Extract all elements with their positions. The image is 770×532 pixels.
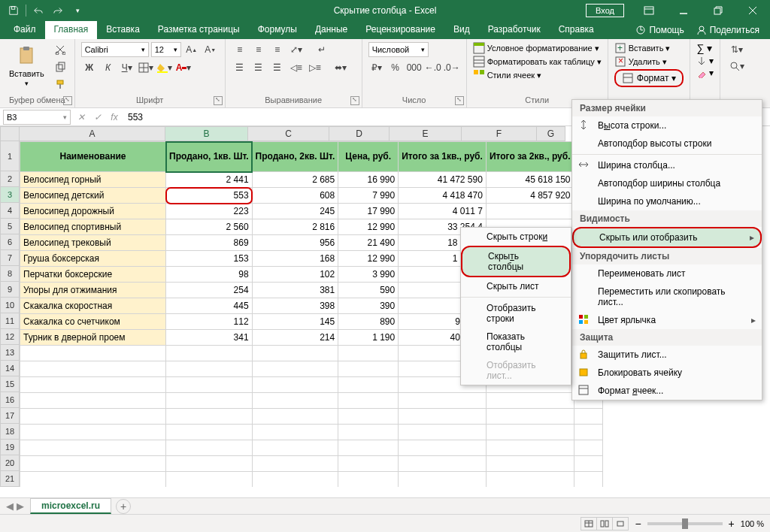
cell[interactable]: 381 <box>252 283 338 298</box>
menu-autofit-row[interactable]: Автоподбор высоты строки <box>572 135 762 153</box>
row-header[interactable]: 9 <box>0 282 20 298</box>
cut-icon[interactable] <box>52 42 68 57</box>
cell[interactable]: 341 <box>166 330 253 346</box>
align-right-icon[interactable]: ☰ <box>269 60 286 75</box>
minimize-icon[interactable] <box>666 0 701 21</box>
row-header[interactable]: 2 <box>0 171 20 187</box>
cell[interactable]: 4 418 470 <box>399 188 487 204</box>
insert-cells-button[interactable]: +Вставить▾ <box>614 42 671 54</box>
row-header[interactable]: 6 <box>0 234 20 250</box>
tab-file[interactable]: Файл <box>5 21 45 39</box>
align-top-icon[interactable]: ≡ <box>232 42 248 57</box>
cell[interactable]: 4 011 7 <box>399 204 487 219</box>
cell[interactable]: Груша боксерская <box>20 251 166 267</box>
cell[interactable]: 956 <box>252 235 338 251</box>
menu-hide-show[interactable]: Скрыть или отобразить <box>572 227 762 248</box>
row-header[interactable]: 10 <box>0 298 20 313</box>
cell[interactable]: Велосипед дорожный <box>20 204 166 219</box>
cell[interactable]: 2 441 <box>166 172 253 188</box>
row-header[interactable]: 13 <box>0 345 20 361</box>
row-header[interactable]: 12 <box>0 329 20 345</box>
tab-data[interactable]: Данные <box>306 21 356 39</box>
cell[interactable]: 153 <box>166 251 253 267</box>
cell[interactable]: 390 <box>338 298 399 314</box>
fx-icon[interactable]: fx <box>107 112 122 122</box>
cell[interactable]: 445 <box>166 298 253 314</box>
row-header[interactable]: 17 <box>0 408 20 424</box>
orientation-icon[interactable]: ⤢▾ <box>288 42 305 57</box>
paste-button[interactable]: Вставить▾ <box>6 42 47 89</box>
row-header[interactable]: 15 <box>0 376 20 392</box>
col-header-c[interactable]: C <box>248 126 329 141</box>
undo-icon[interactable] <box>29 2 47 20</box>
select-all-corner[interactable] <box>0 126 20 141</box>
submenu-hide-rows[interactable]: Скрыть строки <box>461 228 571 246</box>
cell[interactable]: 553 <box>166 188 253 204</box>
merge-cells-icon[interactable]: ⬌▾ <box>326 60 356 75</box>
shrink-font-icon[interactable]: A▼ <box>202 42 219 57</box>
decrease-decimal-icon[interactable]: .0→ <box>444 60 460 75</box>
col-header-f[interactable]: F <box>462 126 537 141</box>
cell[interactable]: 2 560 <box>166 219 253 235</box>
format-painter-icon[interactable] <box>52 77 68 92</box>
sheet-tab[interactable]: microexcel.ru <box>30 498 111 514</box>
fill-color-icon[interactable]: ▾ <box>156 60 173 75</box>
tell-me[interactable]: Помощь <box>631 25 688 35</box>
col-header-g[interactable]: G <box>537 126 565 141</box>
font-size-select[interactable]: 12▾ <box>151 42 181 57</box>
cell-styles-button[interactable]: Стили ячеек▾ <box>473 69 541 81</box>
menu-col-width[interactable]: Ширина столбца... <box>572 156 762 174</box>
close-icon[interactable] <box>735 0 770 21</box>
cell[interactable]: 223 <box>166 204 253 219</box>
row-header[interactable]: 16 <box>0 392 20 408</box>
cell[interactable]: Велосипед детский <box>20 188 166 204</box>
col-header-b[interactable]: B <box>165 126 248 141</box>
row-header[interactable]: 7 <box>0 250 20 266</box>
conditional-formatting-button[interactable]: Условное форматирование▾ <box>473 42 599 54</box>
cell[interactable]: Упоры для отжимания <box>20 283 166 298</box>
cell[interactable]: 112 <box>166 314 253 330</box>
new-sheet-button[interactable]: + <box>116 499 131 514</box>
cell[interactable] <box>486 204 574 219</box>
row-header[interactable]: 11 <box>0 313 20 329</box>
menu-row-height[interactable]: Высота строки... <box>572 116 762 135</box>
tab-review[interactable]: Рецензирование <box>356 21 444 39</box>
cell[interactable]: Скакалка скоростная <box>20 298 166 314</box>
currency-icon[interactable]: ₽▾ <box>368 60 385 75</box>
cell[interactable]: 890 <box>338 314 399 330</box>
submenu-show-cols[interactable]: Показать столбцы <box>461 328 571 356</box>
menu-rename-sheet[interactable]: Переименовать лист <box>572 264 762 283</box>
view-normal-icon[interactable] <box>581 517 597 530</box>
menu-format-cells[interactable]: Формат ячеек... <box>572 382 762 400</box>
cell[interactable]: 102 <box>252 267 338 283</box>
cell[interactable]: Велосипед трековый <box>20 235 166 251</box>
qat-dropdown-icon[interactable]: ▾ <box>68 2 86 20</box>
increase-decimal-icon[interactable]: ←.0 <box>425 60 441 75</box>
cell[interactable]: Перчатки боксерские <box>20 267 166 283</box>
submenu-hide-cols[interactable]: Скрыть столбцы <box>461 246 571 277</box>
zoom-level[interactable]: 100 % <box>741 519 764 528</box>
cell[interactable]: Велосипед спортивный <box>20 219 166 235</box>
clear-icon[interactable]: ▾ <box>696 68 714 78</box>
align-middle-icon[interactable]: ≡ <box>250 42 267 57</box>
menu-protect-sheet[interactable]: Защитить лист... <box>572 346 762 364</box>
wrap-text-icon[interactable]: ↵ <box>307 42 337 57</box>
row-header[interactable]: 4 <box>0 203 20 219</box>
number-launcher[interactable]: ⤡ <box>455 96 464 105</box>
bold-icon[interactable]: Ж <box>81 60 98 75</box>
cell[interactable]: 168 <box>252 251 338 267</box>
percent-icon[interactable]: % <box>387 60 404 75</box>
cell[interactable]: 12 990 <box>338 251 399 267</box>
tab-home[interactable]: Главная <box>45 21 98 39</box>
cell[interactable]: 12 990 <box>338 219 399 235</box>
col-header-d[interactable]: D <box>329 126 390 141</box>
submenu-show-rows[interactable]: Отобразить строки <box>461 299 571 328</box>
tab-view[interactable]: Вид <box>444 21 479 39</box>
clipboard-launcher[interactable]: ⤡ <box>63 96 72 105</box>
menu-tab-color[interactable]: Цвет ярлычка <box>572 311 762 329</box>
cell[interactable]: Скакалка со счетчиком <box>20 314 166 330</box>
format-as-table-button[interactable]: Форматировать как таблицу▾ <box>473 56 602 68</box>
row-header[interactable]: 18 <box>0 424 20 440</box>
view-page-layout-icon[interactable] <box>596 517 613 530</box>
zoom-slider[interactable] <box>647 522 723 525</box>
